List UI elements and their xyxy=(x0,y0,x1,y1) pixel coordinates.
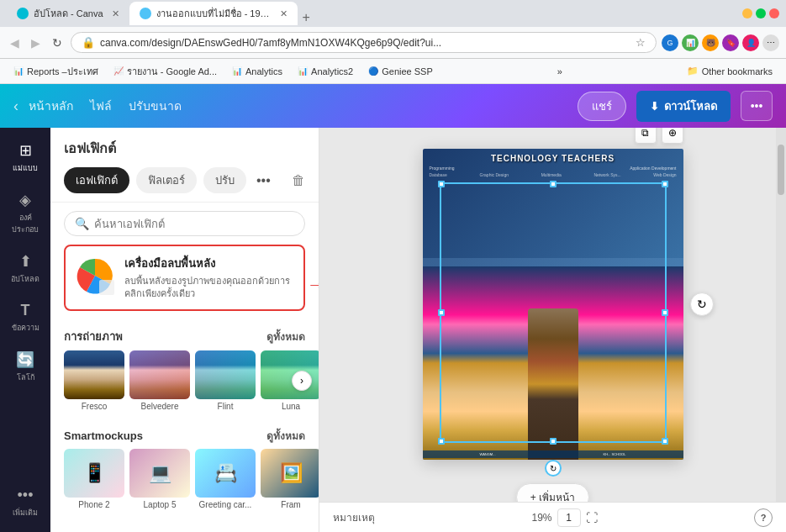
canvas-title-text: TECHNOLOGY TEACHERS xyxy=(423,154,683,163)
sidebar-item-elements[interactable]: ◈ องค์ประกอบ xyxy=(3,184,47,242)
handle-top-mid[interactable] xyxy=(550,181,557,187)
star-icon[interactable]: ☆ xyxy=(636,36,646,49)
address-icons: ☆ xyxy=(636,36,646,49)
mockup-greeting[interactable]: 📇 Greeting car... xyxy=(195,449,256,509)
share-button[interactable]: แชร์ xyxy=(578,92,626,121)
other-bookmarks[interactable]: 📁 Other bookmarks xyxy=(680,63,779,79)
bookmarks-more[interactable]: » xyxy=(551,64,569,79)
toolbar-file[interactable]: ไฟล์ xyxy=(90,93,112,119)
handle-bottom-right[interactable] xyxy=(662,438,668,445)
ext-1[interactable]: G xyxy=(662,34,678,51)
download-icon: ⬇ xyxy=(650,100,659,113)
tab-effects[interactable]: เอฟเฟิกต์ xyxy=(64,167,129,193)
duplicate-icon[interactable]: ⧉ xyxy=(635,128,657,144)
tab-1[interactable]: อัปโหลด - Canva ✕ xyxy=(7,2,129,25)
phone2-thumb: 📱 xyxy=(64,449,124,498)
mockup-laptop5[interactable]: 💻 Laptop 5 xyxy=(129,449,190,509)
canvas-subtitle: Programming Application Development xyxy=(430,166,677,171)
handle-mid-right[interactable] xyxy=(662,309,668,316)
bookmark-2-icon: 📈 xyxy=(113,66,124,76)
selection-box xyxy=(440,182,667,443)
tab-2-close[interactable]: ✕ xyxy=(280,8,287,19)
handle-top-left[interactable] xyxy=(438,181,445,187)
label-graphic: Graphic Design xyxy=(480,172,509,177)
canvas-image: TECHNOLOGY TEACHERS Programming Applicat… xyxy=(423,149,683,460)
search-box[interactable]: 🔍 xyxy=(64,211,305,236)
help-button[interactable]: ? xyxy=(754,508,773,527)
canvas-scrollbar[interactable] xyxy=(776,128,786,532)
canvas-content: TECHNOLOGY TEACHERS Programming Applicat… xyxy=(423,149,683,460)
sidebar-item-logo[interactable]: 🔄 โลโก้ xyxy=(3,344,47,390)
other-bookmarks-label: Other bookmarks xyxy=(702,66,773,76)
photo-fresco[interactable]: Fresco xyxy=(64,350,124,411)
bookmark-4[interactable]: 📊 Analytics2 xyxy=(291,64,360,79)
toolbar-back-button[interactable]: ‹ xyxy=(13,97,18,115)
flint-label: Flint xyxy=(195,402,256,411)
tab-1-close[interactable]: ✕ xyxy=(112,8,119,19)
photography-section-header: การถ่ายภาพ ดูทั้งหมด xyxy=(50,321,319,350)
search-input[interactable] xyxy=(94,218,294,230)
close-button[interactable] xyxy=(769,8,779,18)
sidebar-item-more[interactable]: ••• เพิ่มเติม xyxy=(3,480,47,525)
folder-icon: 📁 xyxy=(687,66,699,76)
canvas-wrapper[interactable]: TECHNOLOGY TEACHERS Programming Applicat… xyxy=(423,149,683,460)
bookmark-5[interactable]: 🔵 Geniee SSP xyxy=(361,64,440,79)
mockup-fram[interactable]: 🖼️ Fram xyxy=(261,449,319,509)
photo-belvedere[interactable]: Belvedere xyxy=(129,350,190,411)
belvedere-inner xyxy=(129,350,190,399)
sidebar-item-upload[interactable]: ⬆ อัปโหลด xyxy=(3,245,47,292)
add-section-icon[interactable]: ⊕ xyxy=(662,128,683,144)
toolbar-resize[interactable]: ปรับขนาด xyxy=(129,93,182,119)
bookmark-3[interactable]: 📊 Analytics xyxy=(225,64,289,79)
forward-button[interactable]: ▶ xyxy=(28,33,44,53)
panel-header: เอฟเฟิกต์ xyxy=(50,128,319,159)
refresh-icon[interactable]: ↻ xyxy=(690,292,714,316)
photo-grid-next[interactable]: › xyxy=(292,371,312,391)
fram-label: Fram xyxy=(261,500,319,509)
maximize-button[interactable] xyxy=(756,8,766,18)
expand-button[interactable]: ⛶ xyxy=(586,511,598,524)
bookmark-2[interactable]: 📈 รายงาน - Google Ad... xyxy=(107,61,224,82)
ext-3[interactable]: 🐻 xyxy=(702,34,719,51)
panel-scroll: 🔍 xyxy=(50,203,319,532)
nav-bar: ◀ ▶ ↻ 🔒 canva.com/design/DAEnswGedH0/7am… xyxy=(0,27,786,59)
toolbar-more-button[interactable]: ••• xyxy=(741,91,773,121)
rotate-handle[interactable]: ↻ xyxy=(545,460,562,477)
toolbar-home[interactable]: หน้าหลัก xyxy=(29,93,73,119)
mockup-phone2[interactable]: 📱 Phone 2 xyxy=(64,449,124,509)
name-2: KH... SCHOOL xyxy=(604,452,626,456)
reload-button[interactable]: ↻ xyxy=(49,33,66,53)
handle-mid-left[interactable] xyxy=(438,309,445,316)
featured-tool-card[interactable]: เครื่องมือลบพื้นหลัง ลบพื้นหลังของรูปภาพ… xyxy=(64,245,305,311)
back-button[interactable]: ◀ xyxy=(7,33,23,53)
ext-2[interactable]: 📊 xyxy=(682,34,699,51)
minimize-button[interactable] xyxy=(742,8,752,18)
handle-bottom-mid[interactable] xyxy=(550,438,557,445)
chevron-left-icon: ‹ xyxy=(13,97,18,115)
address-bar[interactable]: 🔒 canva.com/design/DAEnswGedH0/7amf8yMmN… xyxy=(71,32,657,53)
laptop5-label: Laptop 5 xyxy=(129,500,190,509)
tab-adjust[interactable]: ปรับ xyxy=(203,167,246,193)
photography-see-all[interactable]: ดูทั้งหมด xyxy=(266,329,305,345)
tab-more-icon[interactable]: ••• xyxy=(256,173,271,188)
ext-4[interactable]: 🔖 xyxy=(722,34,739,51)
toolbar-nav: หน้าหลัก ไฟล์ ปรับขนาด xyxy=(29,93,182,119)
new-tab-button[interactable]: + xyxy=(298,10,315,25)
bookmark-1[interactable]: 📊 Reports –ประเทศ xyxy=(7,61,105,82)
handle-top-right[interactable] xyxy=(662,181,668,187)
sidebar-item-design[interactable]: ⊞ แม่แบบ xyxy=(3,134,47,181)
tab-2[interactable]: งานออกแบบที่ไม่มีชื่อ - 1920 × 1080... ✕ xyxy=(129,2,298,25)
photo-flint[interactable]: Flint xyxy=(195,350,256,411)
label-network: Network Sys... xyxy=(593,172,620,177)
sidebar-elements-label: องค์ประกอบ xyxy=(8,212,42,235)
more-ext[interactable]: ⋯ xyxy=(762,34,779,51)
tab-filters[interactable]: ฟิลเตอร์ xyxy=(136,167,197,193)
sidebar-item-text[interactable]: T ข้อความ xyxy=(3,295,47,340)
delete-icon[interactable]: 🗑 xyxy=(292,173,305,188)
label-prog: Programming xyxy=(430,166,455,171)
smartmockups-see-all[interactable]: ดูทั้งหมด xyxy=(266,428,305,444)
text-icon: T xyxy=(21,302,30,319)
download-button[interactable]: ⬇ ดาวน์โหลด xyxy=(636,91,731,122)
ext-5[interactable]: 👤 xyxy=(742,34,759,51)
handle-bottom-left[interactable] xyxy=(438,438,445,445)
